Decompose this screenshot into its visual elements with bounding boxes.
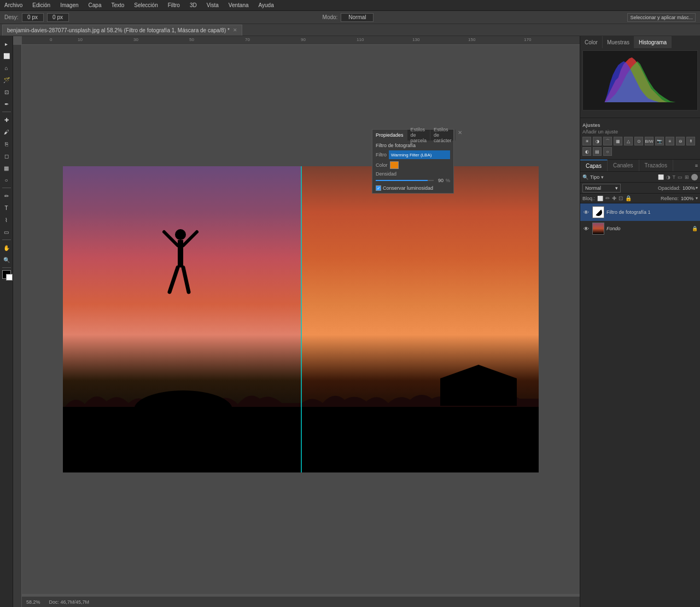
x-input[interactable]	[22, 13, 44, 22]
lock-pos-mini[interactable]: ✏	[605, 195, 610, 201]
toolbar-separator3	[2, 240, 11, 240]
blend-mode-label-mini: Normal	[585, 185, 601, 191]
capas-mini-tab[interactable]: Capas	[580, 160, 608, 171]
path-tool[interactable]: ⌇	[1, 214, 12, 225]
histogram-panel-tabs: Color Muestras Histograma	[580, 36, 700, 48]
menu-edicion[interactable]: Edición	[30, 2, 52, 8]
eye-filter-mini[interactable]: 👁	[582, 209, 590, 215]
popup-tab-propiedades[interactable]: Propiedades	[372, 130, 407, 141]
threshold-btn[interactable]: ◐	[582, 147, 591, 156]
tipo-label-mini: Tipo	[590, 174, 599, 180]
curves-btn[interactable]: ⌒	[603, 137, 612, 145]
layer-item-fondo[interactable]: 👁 Fondo 🔒	[580, 221, 700, 236]
pixel-filter-mini[interactable]: ⬜	[658, 174, 664, 180]
menu-imagen[interactable]: Imagen	[58, 2, 80, 8]
photo-filter-btn[interactable]: 📷	[655, 137, 664, 145]
background-color[interactable]	[6, 274, 13, 281]
color-balance-btn[interactable]: ⊙	[634, 137, 643, 145]
healing-tool[interactable]: ✚	[1, 114, 12, 125]
channel-mixer-btn[interactable]: ≡	[666, 137, 674, 145]
left-toolbar: ▸ ⬜ ⌂ 🪄 ⊡ ✒ ✚ 🖌 ⎘ ◻ ▦ ○ ✏ T ⌇ ▭ ✋ 🔍	[0, 36, 13, 607]
canales-mini-tab[interactable]: Canales	[608, 160, 639, 171]
muestras-tab[interactable]: Muestras	[603, 36, 634, 48]
brush-tool[interactable]: 🖌	[1, 126, 12, 137]
popup-tabs: Propiedades Estilos de parcela Estilos d…	[372, 130, 453, 141]
selective-color-btn[interactable]: ○	[603, 147, 612, 156]
popup-conservar-row: ✓ Conservar luminosidad	[376, 185, 450, 191]
shape-tool[interactable]: ▭	[1, 226, 12, 237]
menu-archivo[interactable]: Archivo	[2, 2, 25, 8]
menu-3d[interactable]: 3D	[188, 2, 199, 8]
smart-filter-mini[interactable]: ⊞	[685, 174, 689, 180]
clone-tool[interactable]: ⎘	[1, 138, 12, 149]
popup-filter-dropdown[interactable]: Warming Filter (LBA)	[389, 150, 450, 159]
posterize-btn[interactable]: ↟	[686, 137, 695, 145]
levels-btn[interactable]: ▦	[614, 137, 622, 145]
eye-fondo-mini[interactable]: 👁	[582, 226, 590, 232]
status-bar: 58.2% Doc: 46,7M/45,7M	[22, 596, 580, 607]
eyedropper-tool[interactable]: ✒	[1, 98, 12, 109]
layer-item-filter[interactable]: 👁 Filtro de fotografía 1	[580, 203, 700, 221]
dot-toggle-mini[interactable]	[691, 174, 698, 180]
menu-vista[interactable]: Vista	[205, 2, 221, 8]
popup-filter-title: Filtro de fotografía	[376, 143, 450, 148]
mode-label: Desy:	[4, 14, 19, 20]
trazados-mini-tab[interactable]: Trazados	[639, 160, 673, 171]
popup-close[interactable]: ✕	[456, 130, 464, 141]
menu-filtro[interactable]: Filtro	[166, 2, 182, 8]
apply-filter-btn[interactable]: Seleccionar y aplicar másc...	[627, 13, 696, 22]
shape-filter-mini[interactable]: ▭	[678, 174, 682, 180]
toolbar-separator	[2, 112, 11, 112]
brightness-btn[interactable]: ☀	[582, 137, 591, 145]
eraser-tool[interactable]: ◻	[1, 150, 12, 161]
hand-tool[interactable]: ✋	[1, 242, 12, 253]
gradient-map-btn[interactable]: ▤	[593, 147, 602, 156]
type-filter-mini[interactable]: T	[673, 174, 676, 180]
doc-size: Doc: 46,7M/45,7M	[49, 599, 90, 605]
canvas-content[interactable]	[22, 45, 580, 594]
menu-ayuda[interactable]: Ayuda	[256, 2, 276, 8]
menu-texto[interactable]: Texto	[109, 2, 126, 8]
lock-move-mini[interactable]: ✚	[612, 195, 616, 201]
foreground-color[interactable]	[2, 270, 11, 279]
lock-pixel-mini[interactable]: ⬜	[597, 196, 603, 201]
histograma-tab[interactable]: Histograma	[634, 36, 672, 48]
popup-tab-estilos-carac[interactable]: Estilos de carácter	[430, 130, 456, 141]
menu-ventana[interactable]: Ventana	[226, 2, 251, 8]
invert-btn[interactable]: ⊖	[676, 137, 685, 145]
layers-mini-btn1[interactable]: ≡	[695, 163, 698, 168]
crop-tool[interactable]: ⊡	[1, 86, 12, 97]
color-tab[interactable]: Color	[580, 36, 603, 48]
menu-seleccion[interactable]: Selección	[132, 2, 160, 8]
blend-mode-mini[interactable]: Normal ▾	[582, 184, 621, 192]
quick-select-tool[interactable]: 🪄	[1, 74, 12, 85]
tab-bar: benjamin-davies-287077-unsplash.jpg al 5…	[0, 24, 700, 36]
hsl-btn[interactable]: △	[624, 137, 633, 145]
popup-color-swatch[interactable]	[390, 161, 399, 169]
opacity-ctrl-mini[interactable]: 100% ▾	[682, 185, 698, 191]
popup-conservar-checkbox[interactable]: ✓	[376, 185, 381, 191]
popup-tab-estilos-parrafo[interactable]: Estilos de parcela	[407, 130, 431, 141]
bw-btn[interactable]: B/W	[645, 137, 654, 145]
pen-tool[interactable]: ✏	[1, 190, 12, 201]
marquee-tool[interactable]: ⬜	[1, 50, 12, 61]
popup-filter-row: Filtro Warming Filter (LBA)	[376, 150, 450, 159]
menu-capa[interactable]: Capa	[86, 2, 104, 8]
zoom-tool[interactable]: 🔍	[1, 254, 12, 265]
file-tab[interactable]: benjamin-davies-287077-unsplash.jpg al 5…	[2, 25, 242, 36]
lock-all-mini[interactable]: ⊡	[619, 195, 623, 201]
dodge-tool[interactable]: ○	[1, 174, 12, 185]
y-input[interactable]	[47, 13, 69, 22]
gradient-tool[interactable]: ▦	[1, 162, 12, 173]
lock-art-mini[interactable]: 🔒	[625, 195, 632, 201]
popup-filtro-label: Filtro	[376, 152, 387, 157]
type-tool[interactable]: T	[1, 202, 12, 213]
adjustment-filter-mini[interactable]: ◑	[666, 174, 670, 180]
popup-densidad-label: Densidad	[376, 171, 450, 177]
contrast-btn[interactable]: ◑	[593, 137, 602, 145]
lasso-tool[interactable]: ⌂	[1, 62, 12, 73]
mode-input[interactable]	[341, 13, 374, 22]
popup-density-slider[interactable]	[376, 180, 434, 181]
move-tool[interactable]: ▸	[1, 38, 12, 49]
close-tab-btn[interactable]: ✕	[233, 27, 237, 33]
